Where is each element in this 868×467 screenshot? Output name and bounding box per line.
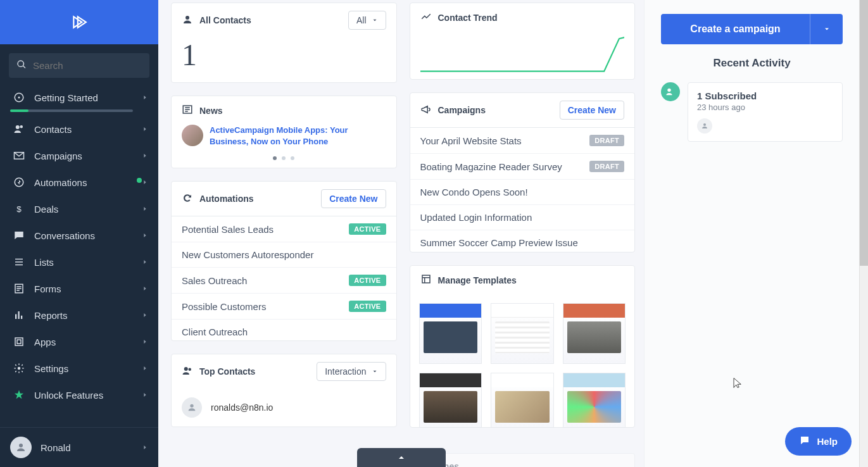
chevron-right-icon (142, 444, 148, 451)
page-scrollbar[interactable] (859, 0, 868, 467)
template-thumb[interactable] (419, 373, 482, 427)
list-item[interactable]: Summer Soccer Camp Preview Issue (410, 230, 635, 252)
refresh-icon (182, 192, 193, 206)
sidebar-item-automations[interactable]: Automations (0, 169, 158, 196)
svg-point-9 (18, 367, 21, 370)
sidebar-item-lists[interactable]: Lists (0, 249, 158, 275)
campaigns-card: Campaigns Create New Your April Website … (410, 92, 636, 252)
nav-label: Automations (34, 177, 133, 188)
sidebar-item-contacts[interactable]: Contacts (0, 116, 158, 142)
svg-point-15 (190, 404, 193, 408)
list-item[interactable]: Potential Sales LeadsACTIVE (172, 216, 396, 242)
svg-point-1 (18, 97, 20, 99)
help-label: Help (817, 436, 838, 447)
list-item[interactable]: New Customers Autoresponder (172, 242, 396, 268)
nav-label: Forms (34, 283, 142, 294)
help-button[interactable]: Help (785, 427, 852, 456)
nav-label: Lists (34, 257, 142, 268)
list-item[interactable]: Client Outreach (172, 320, 396, 340)
activity-text: 1 Subscribed (697, 90, 833, 101)
search-input[interactable] (33, 60, 142, 71)
create-campaign-button[interactable]: Create New (560, 101, 624, 120)
nav-label: Reports (34, 310, 142, 321)
chevron-right-icon (142, 232, 148, 239)
sidebar-item-deals[interactable]: $ Deals (0, 196, 158, 222)
caret-down-icon (372, 368, 378, 375)
nav-list: Getting Started Contacts Campaigns Autom… (0, 84, 158, 427)
status-badge: ACTIVE (349, 301, 386, 312)
sidebar-item-apps[interactable]: Apps (0, 328, 158, 355)
card-title: All Contacts (199, 15, 251, 25)
nav-label: Settings (34, 363, 142, 374)
nav-label: Campaigns (34, 151, 142, 161)
contact-avatar-icon (182, 397, 202, 418)
chevron-right-icon (142, 153, 148, 159)
svg-point-13 (184, 367, 188, 371)
chevron-right-icon (142, 285, 148, 292)
svg-rect-16 (422, 275, 430, 283)
contact-email: ronalds@n8n.io (211, 402, 273, 413)
contacts-filter-dropdown[interactable]: All (348, 11, 386, 30)
sidebar-item-campaigns[interactable]: Campaigns (0, 142, 158, 169)
list-item[interactable]: Sales OutreachACTIVE (172, 268, 396, 294)
template-thumb[interactable] (491, 303, 554, 364)
logo[interactable] (0, 0, 158, 44)
list-item[interactable]: New Condo Opens Soon! (410, 180, 635, 205)
trend-icon (420, 11, 432, 24)
user-menu[interactable]: Ronald (0, 427, 158, 467)
news-headline-link[interactable]: ActiveCampaign Mobile Apps: Your Busines… (210, 125, 386, 147)
chevron-up-icon (396, 452, 406, 463)
chat-icon (799, 435, 810, 448)
sidebar-item-forms[interactable]: Forms (0, 275, 158, 302)
star-icon (10, 389, 28, 401)
template-thumb[interactable] (419, 303, 482, 364)
card-title: Campaigns (438, 105, 486, 115)
news-card: News ActiveCampaign Mobile Apps: Your Bu… (171, 96, 397, 168)
status-badge: ACTIVE (349, 275, 386, 286)
reports-icon (10, 309, 28, 321)
template-thumb[interactable] (563, 373, 626, 427)
sidebar-item-settings[interactable]: Settings (0, 355, 158, 382)
templates-grid[interactable] (410, 294, 635, 427)
sidebar-item-getting-started[interactable]: Getting Started (0, 84, 158, 116)
subscribed-icon (661, 82, 680, 101)
list-item[interactable]: Updated Login Information (410, 205, 635, 230)
card-title: News (199, 106, 223, 116)
card-title: Contact Trend (438, 13, 498, 23)
sidebar-item-unlock[interactable]: Unlock Features (0, 382, 158, 408)
list-item[interactable]: Boating Magazine Reader SurveyDRAFT (410, 154, 635, 180)
topcontacts-sort-dropdown[interactable]: Interaction (317, 362, 386, 381)
sidebar-item-reports[interactable]: Reports (0, 302, 158, 328)
apps-icon (10, 336, 28, 347)
expand-drawer-button[interactable] (357, 448, 446, 467)
status-badge: DRAFT (589, 161, 624, 172)
create-campaign-cta-dropdown[interactable] (810, 14, 843, 44)
template-thumb[interactable] (563, 303, 626, 364)
list-icon (10, 256, 28, 268)
forms-icon (10, 283, 28, 294)
template-thumb[interactable] (491, 373, 554, 427)
create-automation-button[interactable]: Create New (321, 189, 386, 208)
templates-icon (420, 273, 432, 287)
activity-contact-avatar[interactable] (697, 118, 712, 134)
automations-list[interactable]: Potential Sales LeadsACTIVE New Customer… (172, 216, 396, 340)
list-item[interactable]: Possible CustomersACTIVE (172, 294, 396, 320)
nav-label: Apps (34, 337, 142, 347)
right-panel: Create a campaign Recent Activity 1 Subs… (644, 0, 859, 467)
filter-value: All (356, 15, 367, 25)
top-contacts-card: Top Contacts Interaction ronalds@n8n.io (171, 354, 397, 427)
activity-card[interactable]: 1 Subscribed 23 hours ago (688, 82, 843, 142)
svg-point-18 (703, 123, 706, 126)
automations-icon (10, 177, 28, 188)
list-item[interactable]: Your April Website StatsDRAFT (410, 128, 635, 154)
search-box[interactable] (9, 53, 149, 78)
svg-point-17 (667, 89, 670, 92)
create-campaign-cta[interactable]: Create a campaign (661, 14, 810, 44)
contacts-icon (10, 123, 28, 135)
compass-icon (10, 92, 28, 103)
user-name: Ronald (41, 442, 133, 453)
sidebar-item-conversations[interactable]: Conversations (0, 222, 158, 249)
news-pager[interactable] (172, 151, 396, 168)
contact-row[interactable]: ronalds@n8n.io (172, 389, 396, 427)
campaigns-list[interactable]: Your April Website StatsDRAFT Boating Ma… (410, 128, 635, 252)
